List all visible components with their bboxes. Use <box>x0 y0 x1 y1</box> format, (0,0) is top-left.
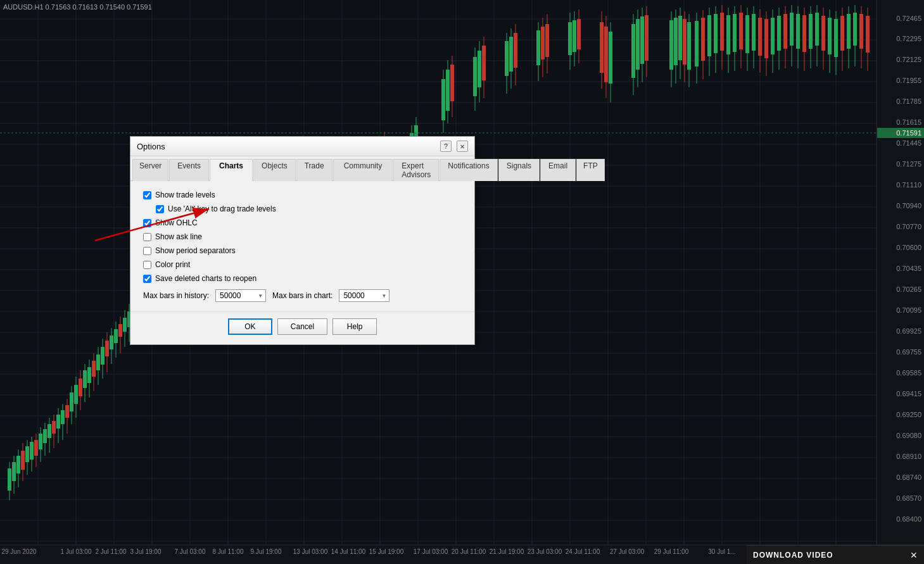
svg-text:30 Jul 1...: 30 Jul 1... <box>708 548 735 555</box>
svg-rect-253 <box>809 14 813 49</box>
svg-rect-225 <box>720 13 724 51</box>
svg-text:0.71445: 0.71445 <box>896 139 921 147</box>
svg-rect-77 <box>65 405 69 418</box>
cancel-button[interactable]: Cancel <box>277 318 327 335</box>
tab-email[interactable]: Email <box>540 159 576 181</box>
svg-text:0.70265: 0.70265 <box>896 285 921 293</box>
download-close-button[interactable]: ✕ <box>910 550 918 560</box>
save-deleted-charts-checkbox[interactable] <box>143 275 151 283</box>
svg-text:0.69925: 0.69925 <box>896 327 921 335</box>
svg-text:14 Jul 11:00: 14 Jul 11:00 <box>331 548 366 555</box>
dialog-footer: OK Cancel Help <box>130 311 474 344</box>
max-bars-history-wrapper: 50000 1000 5000 10000 100000 500000 <box>215 289 266 302</box>
svg-rect-243 <box>777 16 781 51</box>
color-print-row: Color print <box>143 260 462 269</box>
svg-rect-247 <box>790 13 794 46</box>
svg-rect-237 <box>758 18 762 56</box>
show-trade-levels-checkbox[interactable] <box>143 191 151 199</box>
use-alt-key-checkbox[interactable] <box>156 205 164 213</box>
svg-text:17 Jul 03:00: 17 Jul 03:00 <box>414 548 448 555</box>
svg-text:0.68740: 0.68740 <box>896 473 921 481</box>
show-period-sep-row: Show period separators <box>143 246 462 255</box>
save-deleted-charts-label[interactable]: Save deleted charts to reopen <box>155 274 256 283</box>
svg-rect-175 <box>505 41 509 76</box>
tab-server[interactable]: Server <box>132 159 168 181</box>
svg-text:0.68910: 0.68910 <box>896 453 921 460</box>
max-bars-history-label: Max bars in history: <box>143 291 209 300</box>
svg-rect-65 <box>39 434 42 449</box>
svg-text:AUDUSD.H1  0.71563  0.71613  0: AUDUSD.H1 0.71563 0.71613 0.71540 0.7159… <box>3 3 152 11</box>
tab-trade[interactable]: Trade <box>296 159 332 181</box>
max-bars-chart-wrapper: 50000 1000 5000 10000 100000 500000 <box>339 289 389 302</box>
color-print-checkbox[interactable] <box>143 261 151 269</box>
max-bars-chart-label: Max bars in chart: <box>272 291 332 300</box>
svg-rect-93 <box>101 347 104 365</box>
svg-rect-187 <box>568 22 572 55</box>
svg-text:0.71785: 0.71785 <box>896 97 921 105</box>
svg-rect-99 <box>114 329 118 343</box>
dialog-titlebar: Options ? × <box>130 137 474 156</box>
svg-rect-67 <box>43 429 47 443</box>
tab-community[interactable]: Community <box>333 159 393 181</box>
svg-text:13 Jul 03:00: 13 Jul 03:00 <box>293 548 328 555</box>
show-ask-line-label[interactable]: Show ask line <box>155 232 202 241</box>
svg-text:0.71275: 0.71275 <box>896 160 921 168</box>
svg-text:0.70095: 0.70095 <box>896 306 921 314</box>
dialog-close-button[interactable]: × <box>457 141 468 152</box>
svg-text:0.72295: 0.72295 <box>896 35 921 42</box>
svg-rect-97 <box>110 335 113 349</box>
download-bar: DOWNLOAD VIDEO ✕ <box>747 545 924 564</box>
svg-rect-165 <box>446 70 450 111</box>
svg-text:0.70600: 0.70600 <box>896 244 921 251</box>
svg-rect-215 <box>687 22 691 70</box>
svg-rect-249 <box>796 14 800 49</box>
svg-rect-181 <box>536 30 540 65</box>
svg-rect-199 <box>631 24 635 78</box>
show-ask-line-checkbox[interactable] <box>143 233 151 241</box>
options-dialog[interactable]: Options ? × Server Events Charts Objects… <box>130 136 475 345</box>
show-ask-line-row: Show ask line <box>143 232 462 241</box>
use-alt-key-label[interactable]: Use 'Alt' key to drag trade levels <box>168 204 276 213</box>
tabs-container: Server Events Charts Objects Trade Commu… <box>130 156 474 181</box>
show-period-sep-checkbox[interactable] <box>143 247 151 255</box>
svg-rect-53 <box>12 462 16 481</box>
svg-text:2 Jul 11:00: 2 Jul 11:00 <box>96 548 127 555</box>
show-ohlc-label[interactable]: Show OHLC <box>155 218 198 227</box>
max-bars-chart-select[interactable]: 50000 1000 5000 10000 100000 500000 <box>339 289 389 302</box>
svg-rect-261 <box>834 19 838 57</box>
show-period-sep-label[interactable]: Show period separators <box>155 246 236 255</box>
tab-signals[interactable]: Signals <box>498 159 540 181</box>
svg-rect-263 <box>840 16 844 51</box>
svg-rect-75 <box>61 410 65 424</box>
svg-text:27 Jul 03:00: 27 Jul 03:00 <box>610 548 645 555</box>
help-button[interactable]: Help <box>332 318 377 335</box>
max-bars-history-select[interactable]: 50000 1000 5000 10000 100000 500000 <box>215 289 266 302</box>
svg-rect-61 <box>30 442 34 460</box>
dialog-body: Show trade levels Use 'Alt' key to drag … <box>130 181 474 311</box>
show-trade-levels-row: Show trade levels <box>143 191 462 199</box>
svg-text:0.69415: 0.69415 <box>896 390 921 398</box>
svg-rect-183 <box>541 27 545 60</box>
svg-text:0.68400: 0.68400 <box>896 515 921 523</box>
svg-text:1 Jul 03:00: 1 Jul 03:00 <box>61 548 92 555</box>
show-trade-levels-label[interactable]: Show trade levels <box>155 191 215 199</box>
tab-charts[interactable]: Charts <box>210 159 253 181</box>
ok-button[interactable]: OK <box>228 318 272 335</box>
svg-rect-163 <box>441 79 445 120</box>
svg-text:0.69755: 0.69755 <box>896 348 921 356</box>
tab-objects[interactable]: Objects <box>253 159 296 181</box>
color-print-label[interactable]: Color print <box>155 260 190 269</box>
svg-text:21 Jul 19:00: 21 Jul 19:00 <box>490 548 524 555</box>
dialog-help-button[interactable]: ? <box>440 141 452 152</box>
tab-events[interactable]: Events <box>169 159 209 181</box>
svg-text:29 Jun 2020: 29 Jun 2020 <box>1 548 36 555</box>
svg-rect-71 <box>52 421 56 434</box>
tab-expert-advisors[interactable]: Expert Advisors <box>393 159 439 181</box>
svg-text:3 Jul 19:00: 3 Jul 19:00 <box>130 548 161 555</box>
show-ohlc-checkbox[interactable] <box>143 219 151 227</box>
svg-text:29 Jul 11:00: 29 Jul 11:00 <box>654 548 689 555</box>
svg-text:0.68570: 0.68570 <box>896 494 921 502</box>
svg-rect-51 <box>8 468 11 491</box>
tab-notifications[interactable]: Notifications <box>440 159 497 181</box>
tab-ftp[interactable]: FTP <box>576 159 605 181</box>
